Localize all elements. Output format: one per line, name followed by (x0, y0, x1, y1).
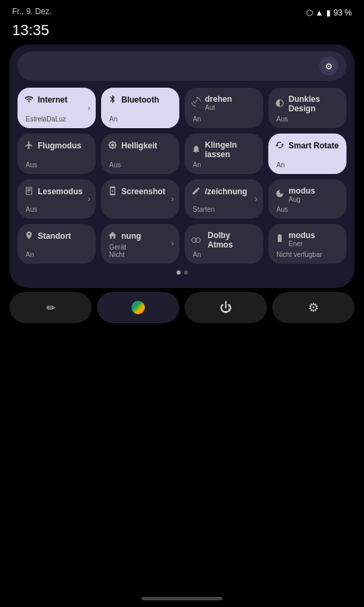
tile-nachtmodus-title: modus (289, 186, 315, 196)
tile-klingeln-subtitle: An (191, 161, 256, 169)
tile-nung[interactable]: nung GerätNicht › (101, 224, 179, 264)
tile-dolby-title: Dolby Atmos (208, 231, 256, 250)
tile-klingeln[interactable]: Klingeln lassen An (185, 134, 263, 174)
tile-bluetooth[interactable]: Bluetooth An (101, 88, 179, 128)
moon-icon (275, 189, 284, 200)
tile-bluetooth-title: Bluetooth (121, 95, 159, 105)
tile-flugmodus-title: Flugmodus (38, 141, 82, 150)
tile-screenshot[interactable]: Screenshot › (101, 179, 179, 219)
tile-emodus-subtitle: Nicht verfügbar (275, 251, 340, 258)
status-icons: ⬡ ▲ ▮ 93 % (306, 7, 352, 18)
battery2-icon (275, 233, 284, 245)
status-bar: Fr., 9. Dez. ⬡ ▲ ▮ 93 % (0, 0, 364, 20)
tile-standort-title: Standort (38, 231, 71, 241)
smart-rotate-icon (275, 140, 284, 152)
tile-standort-subtitle: An (24, 251, 89, 258)
tile-smart-rotate-title: Smart Rotate (289, 141, 339, 150)
tile-nachtmodus[interactable]: modus Aug Aus (268, 179, 346, 219)
battery-icon: ▮ (326, 8, 331, 18)
tile-lesemodus-chevron: › (88, 194, 90, 204)
tile-klingeln-title: Klingeln lassen (205, 140, 256, 160)
settings-button[interactable]: ⚙ (272, 292, 355, 323)
home-bar (142, 597, 222, 600)
power-icon: ⏻ (220, 301, 232, 315)
battery-percent: 93 % (334, 8, 352, 18)
tile-zeichnung[interactable]: /zeichnung Starten › (185, 179, 263, 219)
tile-drehen-title: drehen (205, 94, 232, 104)
airplane-icon (24, 140, 34, 152)
dolby-icon (191, 235, 204, 245)
bell-icon (191, 144, 201, 156)
tile-standort[interactable]: Standort An (18, 224, 96, 264)
tile-helligkeit[interactable]: Helligkeit Aus (101, 134, 179, 174)
bottom-action-bar: ✏ ⏻ ⚙ (9, 292, 355, 323)
tile-nung-title: nung (121, 231, 141, 241)
tile-zeichnung-subtitle: Starten (191, 206, 256, 213)
quick-settings-panel: ⚙ Internet EstrelaDaLuz › Bluetooth An (9, 45, 355, 288)
tile-helligkeit-subtitle: Aus (108, 161, 173, 169)
tile-flugmodus[interactable]: Flugmodus Aus (18, 134, 96, 174)
tile-dolby-subtitle: An (191, 251, 256, 258)
settings-icon: ⚙ (308, 300, 319, 315)
settings-gear-icon: ⚙ (325, 61, 333, 71)
tile-zeichnung-title: /zeichnung (205, 187, 247, 196)
status-date: Fr., 9. Dez. (12, 7, 52, 16)
tile-flugmodus-subtitle: Aus (24, 161, 89, 169)
tile-dunkles-subtitle: Aus (275, 115, 340, 123)
tile-smart-rotate[interactable]: Smart Rotate An (268, 134, 346, 174)
pen-icon (191, 186, 201, 198)
brightness-icon (108, 140, 117, 152)
bluetooth-icon (108, 94, 117, 106)
tile-emodus-title: modus (289, 231, 315, 240)
tile-dolby[interactable]: Dolby Atmos An (185, 224, 263, 264)
assistant-button[interactable] (97, 292, 179, 323)
tile-lesemodus-subtitle: Aus (24, 206, 89, 213)
tile-drehen-subtitle: An (191, 115, 256, 123)
status-time: 13:35 (0, 22, 364, 39)
tile-internet-subtitle: EstrelaDaLuz (24, 115, 89, 123)
tile-dunkles-design[interactable]: Dunkles Design Aus (268, 88, 346, 128)
tile-helligkeit-title: Helligkeit (121, 141, 157, 150)
search-bar[interactable]: ⚙ (18, 51, 346, 81)
search-settings-button[interactable]: ⚙ (320, 57, 338, 76)
assistant-icon (131, 301, 145, 314)
tile-nung-chevron: › (171, 239, 174, 248)
tile-zeichnung-chevron: › (255, 194, 257, 204)
tile-drehen[interactable]: drehen Aut An (185, 88, 263, 128)
wifi-icon (24, 94, 34, 106)
tile-screenshot-title: Screenshot (121, 187, 165, 196)
tile-bluetooth-subtitle: An (108, 115, 173, 123)
rotate-icon (191, 97, 201, 109)
power-button[interactable]: ⏻ (185, 292, 267, 323)
bluetooth-status-icon: ⬡ (306, 8, 313, 18)
book-icon (24, 186, 34, 198)
home-icon (108, 231, 117, 242)
tile-dunkles-title: Dunkles Design (289, 94, 340, 114)
dark-mode-icon (275, 98, 284, 110)
tile-nachtmodus-subtitle: Aus (275, 206, 340, 213)
edit-button[interactable]: ✏ (9, 292, 92, 323)
tile-lesemodus[interactable]: Lesemodus Aus › (18, 179, 96, 219)
tile-lesemodus-title: Lesemodus (38, 187, 83, 196)
tile-internet[interactable]: Internet EstrelaDaLuz › (18, 88, 96, 128)
dot-2 (184, 270, 188, 274)
screenshot-icon (108, 186, 117, 198)
pencil-icon: ✏ (47, 301, 55, 314)
wifi-status-icon: ▲ (315, 8, 324, 18)
tile-screenshot-chevron: › (171, 194, 174, 204)
pagination-dots (18, 270, 346, 274)
quick-tiles-grid: Internet EstrelaDaLuz › Bluetooth An (18, 88, 346, 264)
tile-internet-chevron: › (88, 103, 90, 113)
tile-smart-rotate-subtitle: An (275, 161, 340, 169)
location-icon (24, 231, 34, 242)
tile-internet-title: Internet (38, 95, 67, 105)
tile-emodus[interactable]: modus Ener Nicht verfügbar (268, 224, 346, 264)
tile-nachtmodus-suffix: Aug (289, 196, 315, 203)
tile-nung-subtitle: GerätNicht (108, 243, 173, 258)
tile-emodus-suffix: Ener (289, 240, 315, 248)
dot-1 (177, 270, 181, 274)
tile-drehen-suffix: Aut (205, 104, 232, 111)
